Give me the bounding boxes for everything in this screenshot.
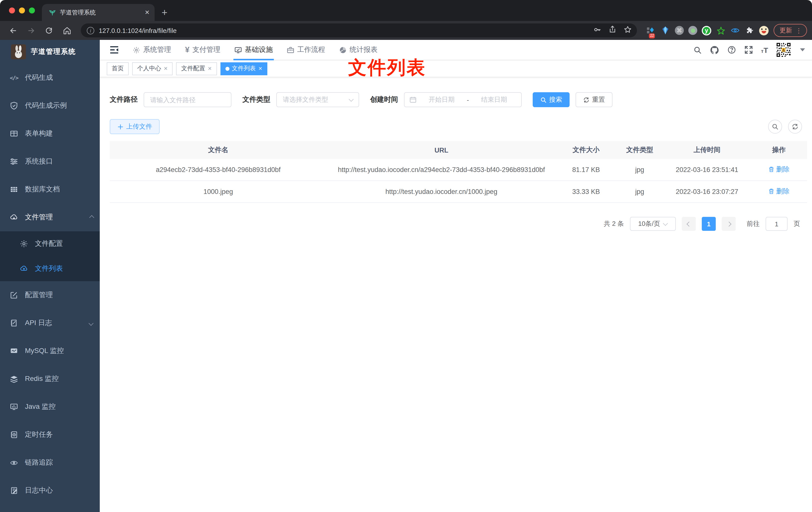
upload-file-button[interactable]: 上传文件 bbox=[110, 119, 160, 134]
sidebar-item-java-monitor[interactable]: Java 监控 bbox=[0, 393, 100, 421]
extensions-puzzle-icon[interactable] bbox=[745, 25, 755, 35]
forward-icon[interactable] bbox=[23, 23, 39, 38]
favicon-plant-icon bbox=[49, 9, 56, 16]
next-page-button[interactable] bbox=[722, 217, 736, 231]
search-icon[interactable] bbox=[693, 46, 702, 54]
goto-page-input[interactable] bbox=[765, 217, 788, 231]
file-type-label: 文件类型 bbox=[242, 95, 270, 104]
sidebar-item-log-center[interactable]: 日志中心 bbox=[0, 477, 100, 505]
tag-file-list[interactable]: 文件列表 ✕ bbox=[221, 62, 268, 75]
table-icon bbox=[10, 185, 18, 193]
sidebar-item-code-generation[interactable]: </> 代码生成 bbox=[0, 64, 100, 92]
sidebar-item-label: 代码生成示例 bbox=[25, 101, 93, 110]
search-icon bbox=[540, 96, 547, 103]
browser-menu-dots-icon[interactable]: ⋮ bbox=[795, 27, 802, 34]
refresh-icon bbox=[583, 96, 589, 103]
reset-button[interactable]: 重置 bbox=[576, 92, 612, 107]
reload-icon[interactable] bbox=[41, 23, 57, 38]
extension-command-icon[interactable]: ⌘ bbox=[675, 26, 684, 35]
sidebar-item-redis-monitor[interactable]: Redis 监控 bbox=[0, 365, 100, 393]
delete-button[interactable]: 删除 bbox=[768, 164, 789, 175]
github-icon[interactable] bbox=[710, 45, 719, 55]
extension-star-icon[interactable] bbox=[716, 25, 726, 35]
doc-pencil-icon bbox=[10, 487, 18, 494]
sidebar-item-label: 日志中心 bbox=[25, 486, 93, 495]
url-text[interactable]: 127.0.0.1:1024/infra/file/file bbox=[99, 27, 593, 34]
tag-file-config[interactable]: 文件配置 ✕ bbox=[176, 62, 217, 75]
sidebar-item-file-config[interactable]: 文件配置 bbox=[0, 231, 100, 256]
profile-avatar-icon[interactable] bbox=[759, 26, 768, 35]
active-tag-dot bbox=[226, 66, 229, 70]
font-size-icon[interactable]: тT bbox=[761, 46, 768, 54]
search-button-label: 搜索 bbox=[549, 95, 562, 104]
browser-tab[interactable]: 芋道管理系统 ✕ bbox=[42, 4, 155, 21]
minimize-window-button[interactable] bbox=[19, 7, 25, 13]
date-range-picker[interactable]: 开始日期 - 结束日期 bbox=[404, 92, 522, 107]
tag-profile[interactable]: 个人中心 ✕ bbox=[132, 62, 173, 75]
delete-button[interactable]: 删除 bbox=[768, 186, 789, 197]
sidebar-collapse-icon[interactable] bbox=[107, 42, 122, 57]
url-bar[interactable]: i 127.0.0.1:1024/infra/file/file bbox=[81, 24, 637, 37]
extension-eye-icon[interactable] bbox=[730, 25, 740, 35]
sidebar-item-config-management[interactable]: 配置管理 bbox=[0, 281, 100, 309]
end-date-placeholder[interactable]: 结束日期 bbox=[472, 95, 516, 104]
file-path-input[interactable] bbox=[144, 93, 231, 107]
tag-home[interactable]: 首页 bbox=[107, 62, 129, 75]
sidebar-item-form-builder[interactable]: 表单构建 bbox=[0, 120, 100, 148]
sidebar-item-label: 文件列表 bbox=[35, 264, 93, 273]
new-tab-button[interactable]: + bbox=[162, 4, 167, 21]
toggle-search-button[interactable] bbox=[768, 120, 782, 133]
top-menu-infrastructure[interactable]: 基础设施 bbox=[227, 40, 280, 60]
share-icon[interactable] bbox=[609, 25, 616, 35]
top-menu-payment[interactable]: ¥ 支付管理 bbox=[178, 40, 227, 60]
back-icon[interactable] bbox=[5, 23, 21, 38]
upload-button-label: 上传文件 bbox=[126, 122, 152, 131]
sidebar-item-label: 文件管理 bbox=[25, 213, 89, 222]
sidebar-item-label: 链路追踪 bbox=[25, 458, 93, 467]
current-page[interactable]: 1 bbox=[702, 217, 716, 231]
sidebar-item-file-management[interactable]: 文件管理 bbox=[0, 203, 100, 231]
sidebar-item-scheduled-tasks[interactable]: 定时任务 bbox=[0, 421, 100, 449]
extension-diamond-icon[interactable]: 11 bbox=[646, 25, 656, 35]
password-key-icon[interactable] bbox=[593, 25, 602, 36]
table-header-row: 文件名 URL 文件大小 文件类型 上传时间 操作 bbox=[110, 141, 807, 159]
extension-gem-icon[interactable] bbox=[660, 25, 670, 35]
sidebar-item-mysql-monitor[interactable]: MySQL 监控 bbox=[0, 337, 100, 365]
start-date-placeholder[interactable]: 开始日期 bbox=[419, 95, 464, 104]
file-type-select[interactable]: 请选择文件类型 bbox=[276, 92, 359, 107]
refresh-table-button[interactable] bbox=[788, 120, 802, 133]
site-info-icon[interactable]: i bbox=[87, 27, 94, 34]
tag-close-icon[interactable]: ✕ bbox=[258, 66, 263, 71]
top-menu-system[interactable]: 系统管理 bbox=[126, 40, 178, 60]
close-window-button[interactable] bbox=[9, 7, 15, 13]
sidebar-item-system-api[interactable]: 系统接口 bbox=[0, 148, 100, 176]
page-size-select[interactable]: 10条/页 bbox=[630, 217, 676, 231]
sidebar-logo-row[interactable]: 芋道管理系统 bbox=[0, 40, 100, 64]
table-row: a294ecb2-73dd-4353-bf40-296b8931d0bf htt… bbox=[110, 159, 807, 181]
avatar-caret-icon[interactable] bbox=[800, 48, 805, 51]
chrome-update-button[interactable]: 更新 ⋮ bbox=[774, 24, 807, 37]
zoom-window-button[interactable] bbox=[29, 7, 35, 13]
top-menu-workflow[interactable]: 工作流程 bbox=[280, 40, 332, 60]
tag-close-icon[interactable]: ✕ bbox=[208, 66, 212, 71]
extension-y-icon[interactable]: y bbox=[702, 26, 711, 35]
tab-close-icon[interactable]: ✕ bbox=[145, 9, 150, 16]
search-button[interactable]: 搜索 bbox=[533, 92, 570, 107]
plus-icon bbox=[117, 123, 124, 130]
sidebar-item-api-log[interactable]: API 日志 bbox=[0, 309, 100, 337]
sidebar-item-code-gen-example[interactable]: 代码生成示例 bbox=[0, 92, 100, 120]
sidebar-item-db-doc[interactable]: 数据库文档 bbox=[0, 176, 100, 203]
fullscreen-icon[interactable] bbox=[744, 46, 753, 54]
prev-page-button[interactable] bbox=[682, 217, 696, 231]
bookmark-star-icon[interactable] bbox=[624, 25, 632, 36]
help-icon[interactable] bbox=[727, 46, 736, 54]
home-icon[interactable] bbox=[59, 23, 75, 38]
sidebar-item-file-list[interactable]: 文件列表 bbox=[0, 256, 100, 281]
top-menu: 系统管理 ¥ 支付管理 基础设施 工作流程 bbox=[126, 40, 384, 60]
top-menu-label: 支付管理 bbox=[193, 46, 221, 54]
macos-traffic-lights bbox=[0, 0, 42, 21]
tag-close-icon[interactable]: ✕ bbox=[164, 66, 168, 71]
extension-green-dot-icon[interactable] bbox=[688, 26, 697, 35]
user-avatar-qr[interactable] bbox=[776, 42, 791, 57]
sidebar-item-trace[interactable]: 链路追踪 bbox=[0, 449, 100, 477]
